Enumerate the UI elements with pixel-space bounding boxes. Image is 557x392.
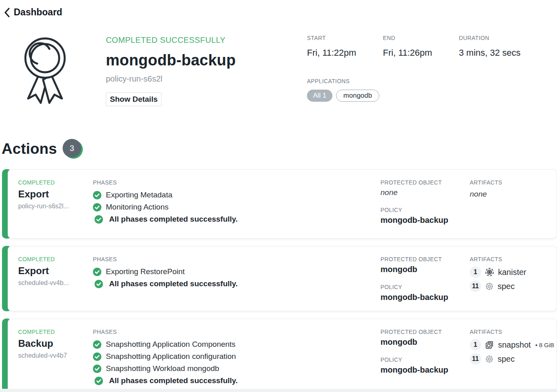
card-status-label: COMPLETED [18,256,93,262]
artifact-name: snapshot [498,340,531,350]
actions-list: COMPLETED Export policy-run-s6s2l... PHA… [0,169,557,392]
artifact-count-badge: 11 [470,353,481,365]
phases-summary-text: All phases completed successfully. [109,215,238,224]
phases-label: PHASES [93,329,380,335]
action-card[interactable]: COMPLETED Export policy-run-s6s2l... PHA… [2,169,557,239]
phase-item: Exporting Metadata [93,191,380,199]
action-card[interactable]: COMPLETED Backup scheduled-vv4b7 PHASES … [2,319,557,392]
run-summary-header: COMPLETED SUCCESSFULLY mongodb-backup po… [0,0,557,137]
artifact-row: 11spec [470,353,557,365]
policy-label: POLICY [380,284,470,290]
duration-label: DURATION [459,35,535,41]
phases-label: PHASES [93,179,380,186]
protected-object-label: PROTECTED OBJECT [380,256,470,262]
card-action-title: Export [18,265,93,277]
artifact-count-badge: 1 [470,339,481,350]
artifact-count-badge: 1 [470,266,481,278]
artifacts-label: ARTIFACTS [470,329,557,335]
phases-summary: All phases completed successfully. [93,215,380,224]
snapshot-icon [485,340,494,350]
card-status-label: COMPLETED [18,329,93,335]
artifact-name: spec [498,354,515,364]
protected-object-value: none [380,188,470,197]
artifact-count-badge: 11 [470,281,481,292]
check-circle-icon [93,268,101,276]
phase-item: Monitoring Actions [93,203,380,212]
artifact-name: spec [498,282,515,291]
award-ribbon-icon [23,36,67,109]
phases-summary-text: All phases completed successfully. [109,279,238,288]
card-action-title: Backup [18,338,93,349]
applications-label: APPLICATIONS [307,78,379,84]
artifact-row: 11spec [470,281,557,292]
end-label: END [383,35,459,41]
check-circle-icon [93,191,101,199]
phase-item: Snapshotting Workload mongodb [93,364,380,373]
actions-heading: Actions [2,140,57,157]
application-pill-mongodb[interactable]: mongodb [336,90,379,102]
run-title: mongodb-backup [106,52,236,69]
spec-icon [485,282,494,291]
actions-count: 3 [63,139,81,157]
card-action-subtitle: scheduled-vv4b7 [18,352,93,359]
phases-list: Exporting RestorePointAll phases complet… [93,267,380,288]
check-circle-icon [93,352,101,361]
phases-summary: All phases completed successfully. [93,279,380,288]
run-subtitle: policy-run-s6s2l [106,74,236,84]
page-bottom-strip [0,389,557,392]
card-action-title: Export [18,189,93,200]
artifact-name: kanister [498,268,526,277]
protected-object-value: mongodb [380,265,470,274]
phases-list: Exporting MetadataMonitoring ActionsAll … [93,191,380,224]
action-card[interactable]: COMPLETED Export scheduled-vv4b... PHASE… [2,246,557,311]
phase-text: Monitoring Actions [106,203,168,212]
start-label: START [307,35,383,41]
check-circle-icon [95,280,103,288]
card-action-subtitle: policy-run-s6s2l... [18,203,93,210]
phase-text: Snapshotting Application configuration [106,352,236,361]
artifacts-label: ARTIFACTS [470,179,557,186]
policy-label: POLICY [380,356,470,363]
phases-summary-text: All phases completed successfully. [109,376,238,385]
policy-label: POLICY [380,207,470,213]
applications-section: APPLICATIONS All 1 mongodb [307,78,379,102]
phases-list: Snapshotting Application ComponentsSnaps… [93,340,380,385]
actions-count-badge: 3 [63,139,83,159]
protected-object-value: mongodb [380,337,470,347]
card-status-label: COMPLETED [18,179,93,186]
policy-value: mongodb-backup [380,365,470,375]
card-action-subtitle: scheduled-vv4b... [18,279,93,287]
phase-text: Snapshotting Application Components [106,340,235,349]
end-value: Fri, 11:26pm [383,48,459,58]
artifact-size: • 8 GiB [535,342,554,348]
check-circle-icon [95,215,103,224]
phases-summary: All phases completed successfully. [93,376,380,385]
protected-object-label: PROTECTED OBJECT [380,179,470,186]
artifact-row: 1snapshot• 8 GiB [470,339,557,350]
artifact-row: 1kanister [470,266,557,278]
artifacts-label: ARTIFACTS [470,256,557,262]
spec-icon [485,354,494,364]
policy-value: mongodb-backup [380,216,470,225]
check-circle-icon [93,365,101,373]
start-value: Fri, 11:22pm [307,48,383,58]
phase-text: Exporting Metadata [106,191,172,199]
kanister-icon [485,267,494,277]
protected-object-label: PROTECTED OBJECT [380,329,470,335]
phase-text: Exporting RestorePoint [106,267,185,276]
check-circle-icon [93,203,101,212]
phase-item: Snapshotting Application configuration [93,352,380,361]
phases-label: PHASES [93,256,380,262]
phase-item: Snapshotting Application Components [93,340,380,349]
run-status-text: COMPLETED SUCCESSFULLY [106,36,236,45]
applications-all-pill[interactable]: All 1 [307,90,332,102]
run-meta: START Fri, 11:22pm END Fri, 11:26pm DURA… [307,35,535,58]
duration-value: 3 mins, 32 secs [459,48,535,58]
artifacts-none-value: none [470,190,557,199]
show-details-button[interactable]: Show Details [106,92,162,106]
policy-value: mongodb-backup [380,293,470,302]
phase-item: Exporting RestorePoint [93,267,380,276]
check-circle-icon [95,377,103,385]
phase-text: Snapshotting Workload mongodb [106,364,219,373]
check-circle-icon [93,340,101,349]
